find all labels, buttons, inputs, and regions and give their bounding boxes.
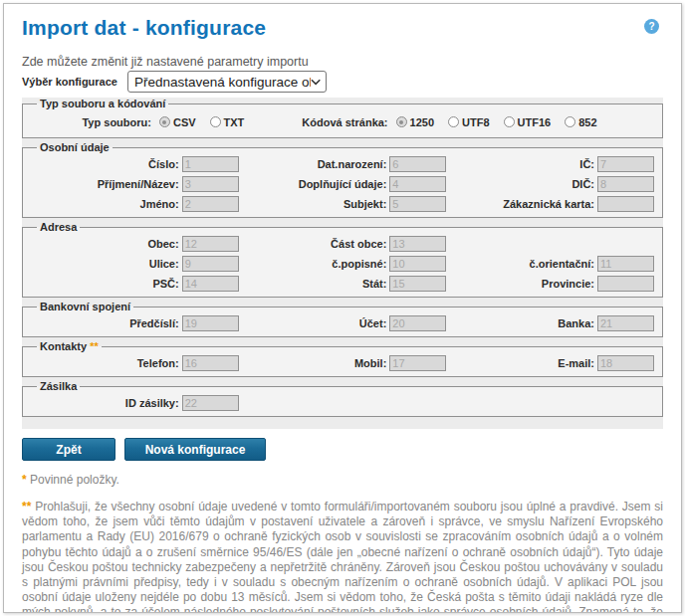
required-note: * Povinné položky. xyxy=(22,473,663,487)
config-select-row: Výběr konfigurace Přednastavená konfigur… xyxy=(22,71,663,93)
fieldset-shipment: Zásilka ID zásilky: xyxy=(22,380,663,417)
radio-icon-csv xyxy=(159,116,170,127)
radio-icon-txt xyxy=(210,116,221,127)
import-config-window: ? Import dat - konfigurace Zde můžete zm… xyxy=(3,3,682,613)
radio-option-txt: TXT xyxy=(210,116,245,128)
new-config-button[interactable]: Nová konfigurace xyxy=(124,438,266,461)
fieldset-contacts: Kontakty ** Telefon: Mobil: E-mail: xyxy=(22,340,663,377)
field-ic xyxy=(597,156,654,172)
field-stat xyxy=(389,276,446,292)
file-type-row: Typ souboru: CSV TXT Kódová stránka: 125… xyxy=(31,111,654,132)
help-icon[interactable]: ? xyxy=(644,19,659,34)
field-c-popisne xyxy=(389,256,446,272)
fieldset-address-legend: Adresa xyxy=(37,221,80,233)
radio-icon-852 xyxy=(565,116,575,127)
page-subtitle: Zde můžete změnit již nastavené parametr… xyxy=(22,55,663,69)
button-row: Zpět Nová konfigurace xyxy=(22,438,663,461)
field-predcisli xyxy=(182,315,239,331)
field-id-zasilky xyxy=(182,395,239,411)
fieldset-bank: Bankovní spojení Předčíslí: Účet: Banka: xyxy=(22,301,663,337)
address-grid: Obec: Část obce: Ulice: č.popisné: č.ori… xyxy=(31,235,654,292)
page-title: Import dat - konfigurace xyxy=(22,16,663,40)
field-email xyxy=(597,355,654,371)
personal-grid: Číslo: Dat.narození: IČ: Příjmení/Název:… xyxy=(31,155,654,212)
empty-cell xyxy=(446,235,654,252)
field-cislo xyxy=(182,156,239,172)
radio-option-utf16: UTF16 xyxy=(504,116,552,128)
field-banka xyxy=(597,315,654,331)
fieldset-personal: Osobní údaje Číslo: Dat.narození: IČ: Př… xyxy=(22,141,663,218)
field-cast-obce xyxy=(389,236,446,252)
field-doplnujici-udaje xyxy=(389,176,446,192)
field-ucet xyxy=(389,315,446,331)
config-select-label: Výběr konfigurace xyxy=(22,76,117,88)
form-panel: Typ souboru a kódování Typ souboru: CSV … xyxy=(22,98,663,429)
fieldset-bank-legend: Bankovní spojení xyxy=(37,301,133,312)
empty-cell xyxy=(446,394,654,411)
field-ulice xyxy=(182,256,239,272)
fieldset-shipment-legend: Zásilka xyxy=(37,380,80,392)
fieldset-contacts-legend: Kontakty ** xyxy=(37,340,102,352)
radio-option-utf8: UTF8 xyxy=(448,116,490,128)
field-subjekt xyxy=(389,196,446,212)
field-c-orientacni xyxy=(597,256,654,272)
field-prijmeni-nazev xyxy=(182,176,239,192)
field-jmeno xyxy=(182,196,239,212)
field-zakaznicka-karta xyxy=(597,196,654,212)
file-type-label: Typ souboru: xyxy=(82,116,150,128)
radio-option-1250: 1250 xyxy=(396,116,434,128)
back-button[interactable]: Zpět xyxy=(22,438,115,461)
bank-grid: Předčíslí: Účet: Banka: xyxy=(31,314,654,331)
radio-icon-1250 xyxy=(396,116,407,127)
field-mobil xyxy=(389,355,446,371)
fieldset-address: Adresa Obec: Část obce: Ulice: č.popisné… xyxy=(22,221,663,298)
gdpr-declaration: ** Prohlašuji, že všechny osobní údaje u… xyxy=(22,500,663,613)
contacts-grid: Telefon: Mobil: E-mail: xyxy=(31,354,654,371)
declaration-marker: ** xyxy=(22,500,31,513)
fieldset-file-type-legend: Typ souboru a kódování xyxy=(37,98,168,109)
shipment-grid: ID zásilky: xyxy=(31,394,654,411)
radio-option-csv: CSV xyxy=(159,116,196,128)
fieldset-file-type: Typ souboru a kódování Typ souboru: CSV … xyxy=(22,98,663,138)
required-marker: ** xyxy=(90,340,99,352)
config-select-value: Přednastavená konfigurace obc xyxy=(134,75,311,90)
empty-cell xyxy=(239,394,447,411)
field-provincie xyxy=(597,276,654,292)
config-select[interactable]: Přednastavená konfigurace obc xyxy=(127,71,327,93)
codepage-label: Kódová stránka: xyxy=(302,116,387,128)
field-psc xyxy=(182,276,239,292)
required-note-marker: * xyxy=(22,473,27,487)
fieldset-personal-legend: Osobní údaje xyxy=(37,141,113,153)
radio-option-852: 852 xyxy=(565,116,596,128)
radio-icon-utf16 xyxy=(504,116,515,127)
declaration-text: Prohlašuji, že všechny osobní údaje uved… xyxy=(22,500,663,613)
chevron-down-icon xyxy=(311,79,321,86)
field-dat-narozeni xyxy=(389,156,446,172)
field-dic xyxy=(597,176,654,192)
required-note-text: Povinné položky. xyxy=(30,473,119,487)
field-telefon xyxy=(182,355,239,371)
radio-icon-utf8 xyxy=(448,116,459,127)
field-obec xyxy=(182,236,239,252)
